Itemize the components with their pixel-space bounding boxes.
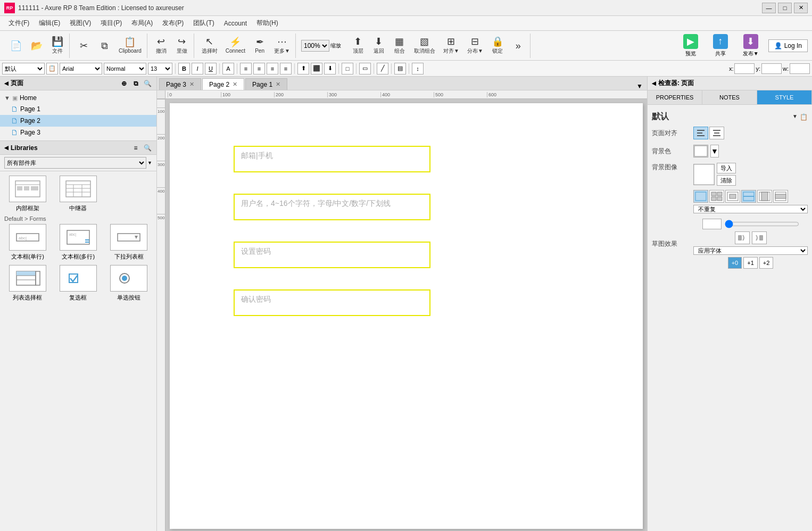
field-username[interactable]: 用户名，4~16个字符，字母/中文/数字/下划线: [234, 194, 430, 220]
menu-project[interactable]: 项目(P): [96, 18, 126, 29]
toolbar-select-button[interactable]: ↖ 选择时: [198, 35, 221, 56]
lib-item-textarea[interactable]: abc| 文本框(多行): [55, 224, 101, 261]
toolbar-distribute-button[interactable]: ⊟ 分布▼: [464, 35, 486, 56]
sketch-icon-2[interactable]: [752, 231, 767, 244]
toolbar-redo-button[interactable]: ↪ 里做: [172, 35, 192, 56]
toolbar-pen-button[interactable]: ✒ Pen: [250, 35, 269, 56]
tabs-scroll[interactable]: ▼: [636, 82, 645, 90]
login-button[interactable]: 👤 Log In: [768, 39, 808, 52]
bg-color-dropdown[interactable]: ▼: [710, 145, 719, 157]
lib-item-listbox[interactable]: 列表选择框: [4, 265, 51, 302]
spacing-button[interactable]: ↕: [412, 63, 424, 74]
share-button[interactable]: ↑ 共享: [708, 32, 733, 60]
x-input[interactable]: [734, 63, 755, 74]
align-left-button[interactable]: ≡: [240, 63, 252, 74]
lib-filter-select[interactable]: 所有部件库: [4, 157, 146, 169]
toolbar-paste-button[interactable]: 📋 Clipboard: [115, 35, 145, 56]
tab-page3-close[interactable]: ✕: [189, 81, 194, 88]
font-adj-0[interactable]: +0: [728, 257, 742, 269]
tree-item-page2[interactable]: 🗋 Page 2: [0, 115, 156, 127]
tab-page3[interactable]: Page 3 ✕: [159, 78, 201, 90]
toolbar-lock-button[interactable]: 🔒 锁定: [488, 35, 507, 56]
canvas-content[interactable]: 邮箱|手机 用户名，4~16个字符，字母/中文/数字/下划线 设置密码 确认密码: [170, 103, 643, 529]
padding-button[interactable]: ▤: [394, 63, 406, 74]
font-color-button[interactable]: A: [222, 63, 234, 74]
bg-color-swatch[interactable]: [693, 145, 708, 157]
tab-notes[interactable]: NOTES: [702, 90, 757, 104]
border-style-button[interactable]: ▭: [359, 63, 371, 74]
tab-page2-close[interactable]: ✕: [233, 81, 237, 88]
style-select[interactable]: 默认: [2, 63, 45, 74]
lib-item-iframe[interactable]: 内部框架: [4, 176, 51, 212]
field-password[interactable]: 设置密码: [234, 242, 430, 268]
lib-item-checkbox[interactable]: 复选框: [55, 265, 101, 302]
lib-item-radio[interactable]: 单选按钮: [106, 265, 152, 302]
menu-help[interactable]: 帮助(H): [252, 18, 283, 29]
toolbar-overflow-button[interactable]: »: [509, 35, 528, 56]
w-input[interactable]: [790, 63, 810, 74]
lib-search-button[interactable]: 🔍: [143, 143, 152, 153]
bold-button[interactable]: B: [178, 63, 190, 74]
valign-bottom-button[interactable]: ⬇: [324, 63, 336, 74]
align-center-button[interactable]: ≡: [253, 63, 265, 74]
line-style-button[interactable]: ╱: [377, 63, 388, 74]
toolbar-ungroup-button[interactable]: ▧ 取消组合: [411, 35, 438, 56]
collapse-icon[interactable]: ◀: [4, 145, 9, 151]
lib-item-relay[interactable]: 中继器: [55, 176, 101, 212]
fill-color-button[interactable]: □: [342, 63, 353, 74]
zoom-select[interactable]: 100% 75% 50% 150%: [301, 40, 329, 52]
sketch-slider[interactable]: [725, 220, 799, 228]
bg-clear-button[interactable]: 清除: [717, 175, 736, 186]
tile-btn-4[interactable]: [741, 190, 756, 203]
valign-top-button[interactable]: ⬆: [297, 63, 309, 74]
bg-import-button[interactable]: 导入: [717, 163, 736, 173]
toolbar-open-button[interactable]: 📂: [27, 35, 46, 56]
window-controls[interactable]: — □ ✕: [762, 3, 808, 13]
close-button[interactable]: ✕: [794, 3, 808, 13]
tab-properties[interactable]: PROPERTIES: [648, 90, 702, 104]
tab-page1-close[interactable]: ✕: [276, 81, 280, 88]
collapse-icon[interactable]: ◀: [652, 80, 656, 86]
tile-btn-5[interactable]: [757, 190, 772, 203]
align-center-btn[interactable]: [709, 127, 724, 139]
toolbar-top-button[interactable]: ⬆ 顶层: [349, 35, 368, 56]
maximize-button[interactable]: □: [778, 3, 792, 13]
align-right-button[interactable]: ≡: [267, 63, 278, 74]
menu-view[interactable]: 视图(V): [65, 18, 95, 29]
field-confirm-password[interactable]: 确认密码: [234, 289, 430, 316]
toolbar-copy-button[interactable]: ⧉: [95, 35, 114, 56]
toolbar-cut-button[interactable]: ✂: [74, 35, 93, 56]
bg-repeat-select[interactable]: 不重复 重复 水平重复 垂直重复: [693, 205, 808, 213]
y-input[interactable]: [761, 63, 782, 74]
toolbar-more-button[interactable]: ⋯ 更多▼: [271, 35, 293, 56]
variant-select[interactable]: Normal Bold Italic: [104, 63, 146, 74]
sketch-icon-1[interactable]: [735, 231, 750, 244]
menu-file[interactable]: 文件(F): [4, 18, 34, 29]
toolbar-undo-button[interactable]: ↩ 撤消: [152, 35, 171, 56]
tree-item-home[interactable]: ▼ ▣ Home: [0, 93, 156, 103]
menu-layout[interactable]: 布局(A): [127, 18, 157, 29]
valign-middle-button[interactable]: ⬛: [311, 63, 322, 74]
collapse-icon[interactable]: ◀: [4, 80, 9, 86]
style-copy-button[interactable]: 📋: [46, 63, 58, 74]
toolbar-save-button[interactable]: 💾 文件: [48, 35, 67, 56]
canvas-container[interactable]: 0 100 200 300 400 500 600 100: [157, 90, 647, 531]
preview-button[interactable]: ▶ 预览: [678, 32, 703, 60]
size-select[interactable]: 13 12 14: [148, 63, 172, 74]
sketch-value-input[interactable]: 0: [702, 219, 722, 229]
align-justify-button[interactable]: ≡: [280, 63, 292, 74]
toolbar-new-button[interactable]: 📄: [6, 35, 26, 56]
align-left-btn[interactable]: [693, 127, 708, 139]
tile-btn-3[interactable]: [725, 190, 740, 203]
menu-publish[interactable]: 发布(P): [158, 18, 188, 29]
section-dropdown[interactable]: ▼: [792, 113, 798, 121]
font-select[interactable]: Arial: [60, 63, 102, 74]
toolbar-group-button[interactable]: ▦ 组合: [390, 35, 409, 56]
tile-btn-6[interactable]: [773, 190, 788, 203]
toolbar-connect-button[interactable]: ⚡ Connect: [222, 35, 248, 56]
minimize-button[interactable]: —: [762, 3, 776, 13]
pages-search-button[interactable]: 🔍: [143, 79, 152, 88]
publish-button[interactable]: ⬇ 发布▼: [738, 32, 764, 60]
toolbar-align-button[interactable]: ⊞ 对齐▼: [440, 35, 462, 56]
tab-page1[interactable]: Page 1 ✕: [245, 78, 287, 90]
